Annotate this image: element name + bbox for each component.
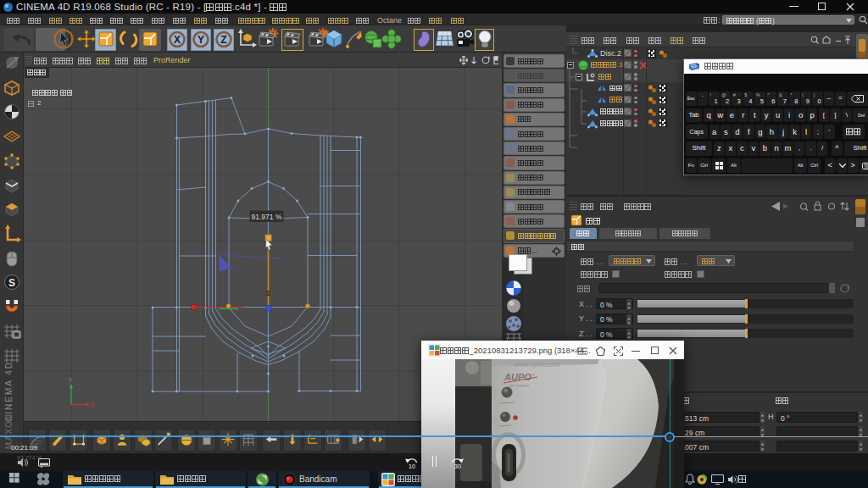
svg-text:AIR PURIFIER: AIR PURIFIER	[509, 385, 530, 388]
svg-text:X: X	[91, 402, 95, 408]
svg-text:30: 30	[454, 463, 461, 469]
svg-text:Y: Y	[69, 377, 73, 383]
svg-text:10: 10	[409, 463, 415, 469]
svg-text:91.971 %: 91.971 %	[252, 213, 282, 221]
svg-text:Y: Y	[197, 34, 203, 46]
svg-text:S: S	[8, 277, 15, 289]
svg-text:X: X	[174, 34, 181, 46]
svg-text:Z: Z	[220, 34, 226, 46]
svg-text:www.2ycku.com: www.2ycku.com	[514, 361, 560, 369]
